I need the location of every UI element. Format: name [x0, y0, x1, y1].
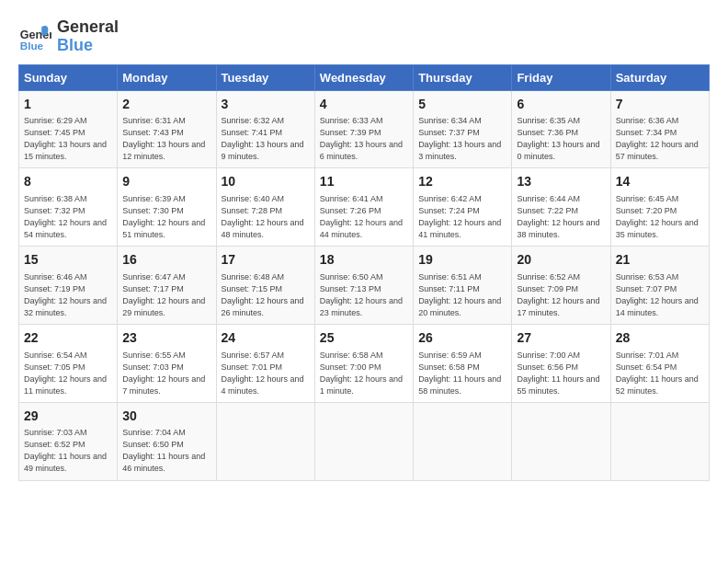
day-number: 29 — [24, 408, 112, 426]
calendar-table: Sunday Monday Tuesday Wednesday Thursday… — [18, 64, 710, 481]
empty-cell — [414, 402, 512, 480]
day-info: Sunrise: 6:35 AMSunset: 7:36 PMDaylight:… — [517, 115, 605, 163]
day-number: 2 — [122, 96, 210, 114]
day-info: Sunrise: 6:45 AMSunset: 7:20 PMDaylight:… — [616, 193, 704, 241]
col-friday: Friday — [512, 64, 610, 90]
day-cell-16: 16 Sunrise: 6:47 AMSunset: 7:17 PMDaylig… — [118, 247, 216, 325]
col-monday: Monday — [118, 64, 216, 90]
day-cell-6: 6 Sunrise: 6:35 AMSunset: 7:36 PMDayligh… — [512, 90, 610, 168]
day-info: Sunrise: 6:55 AMSunset: 7:03 PMDaylight:… — [122, 350, 210, 397]
day-info: Sunrise: 6:29 AMSunset: 7:45 PMDaylight:… — [24, 115, 112, 163]
day-info: Sunrise: 6:46 AMSunset: 7:19 PMDaylight:… — [24, 271, 112, 319]
calendar-week-4: 22 Sunrise: 6:54 AMSunset: 7:05 PMDaylig… — [19, 324, 710, 402]
day-info: Sunrise: 6:44 AMSunset: 7:22 PMDaylight:… — [517, 193, 605, 241]
day-number: 1 — [24, 96, 112, 114]
col-thursday: Thursday — [414, 64, 512, 90]
empty-cell — [216, 402, 314, 480]
day-cell-19: 19 Sunrise: 6:51 AMSunset: 7:11 PMDaylig… — [414, 247, 512, 325]
day-info: Sunrise: 6:59 AMSunset: 6:58 PMDaylight:… — [418, 350, 506, 397]
day-number: 11 — [320, 173, 408, 191]
day-cell-10: 10 Sunrise: 6:40 AMSunset: 7:28 PMDaylig… — [216, 168, 314, 247]
logo-icon: General Blue — [18, 20, 51, 53]
day-info: Sunrise: 6:50 AMSunset: 7:13 PMDaylight:… — [320, 271, 408, 319]
day-number: 21 — [616, 251, 704, 270]
day-info: Sunrise: 7:03 AMSunset: 6:52 PMDaylight:… — [24, 427, 112, 475]
day-cell-9: 9 Sunrise: 6:39 AMSunset: 7:30 PMDayligh… — [118, 168, 216, 247]
svg-text:Blue: Blue — [20, 39, 44, 51]
day-number: 7 — [616, 96, 704, 114]
calendar-week-2: 8 Sunrise: 6:38 AMSunset: 7:32 PMDayligh… — [19, 168, 710, 247]
day-number: 5 — [418, 96, 506, 114]
day-number: 28 — [616, 329, 704, 348]
day-cell-25: 25 Sunrise: 6:58 AMSunset: 7:00 PMDaylig… — [314, 324, 413, 402]
day-info: Sunrise: 6:48 AMSunset: 7:15 PMDaylight:… — [222, 271, 310, 319]
day-cell-22: 22 Sunrise: 6:54 AMSunset: 7:05 PMDaylig… — [19, 324, 118, 402]
day-number: 25 — [320, 329, 408, 348]
day-number: 27 — [517, 329, 605, 348]
col-wednesday: Wednesday — [314, 64, 413, 90]
day-info: Sunrise: 6:33 AMSunset: 7:39 PMDaylight:… — [320, 115, 408, 163]
page-header: General Blue General Blue — [18, 18, 710, 55]
day-cell-13: 13 Sunrise: 6:44 AMSunset: 7:22 PMDaylig… — [512, 168, 610, 247]
day-cell-4: 4 Sunrise: 6:33 AMSunset: 7:39 PMDayligh… — [314, 90, 413, 168]
col-tuesday: Tuesday — [216, 64, 314, 90]
logo-text: General Blue — [57, 18, 119, 55]
day-number: 4 — [320, 96, 408, 114]
day-number: 15 — [24, 251, 112, 270]
day-info: Sunrise: 7:04 AMSunset: 6:50 PMDaylight:… — [122, 427, 210, 475]
day-cell-18: 18 Sunrise: 6:50 AMSunset: 7:13 PMDaylig… — [314, 247, 413, 325]
day-cell-30: 30 Sunrise: 7:04 AMSunset: 6:50 PMDaylig… — [118, 402, 216, 480]
day-info: Sunrise: 6:39 AMSunset: 7:30 PMDaylight:… — [122, 193, 210, 241]
day-number: 30 — [122, 408, 210, 426]
day-number: 12 — [418, 173, 506, 191]
day-number: 9 — [122, 173, 210, 191]
day-info: Sunrise: 6:47 AMSunset: 7:17 PMDaylight:… — [122, 271, 210, 319]
day-number: 19 — [418, 251, 506, 270]
day-cell-12: 12 Sunrise: 6:42 AMSunset: 7:24 PMDaylig… — [414, 168, 512, 247]
day-cell-23: 23 Sunrise: 6:55 AMSunset: 7:03 PMDaylig… — [118, 324, 216, 402]
day-info: Sunrise: 7:01 AMSunset: 6:54 PMDaylight:… — [616, 350, 704, 397]
day-info: Sunrise: 6:51 AMSunset: 7:11 PMDaylight:… — [418, 271, 506, 319]
day-number: 3 — [222, 96, 310, 114]
day-info: Sunrise: 6:31 AMSunset: 7:43 PMDaylight:… — [122, 115, 210, 163]
day-info: Sunrise: 6:36 AMSunset: 7:34 PMDaylight:… — [616, 115, 704, 163]
day-info: Sunrise: 6:41 AMSunset: 7:26 PMDaylight:… — [320, 193, 408, 241]
day-cell-26: 26 Sunrise: 6:59 AMSunset: 6:58 PMDaylig… — [414, 324, 512, 402]
day-number: 6 — [517, 96, 605, 114]
day-info: Sunrise: 6:54 AMSunset: 7:05 PMDaylight:… — [24, 350, 112, 397]
day-number: 13 — [517, 173, 605, 191]
col-sunday: Sunday — [19, 64, 118, 90]
day-number: 22 — [24, 329, 112, 348]
day-cell-7: 7 Sunrise: 6:36 AMSunset: 7:34 PMDayligh… — [610, 90, 709, 168]
day-info: Sunrise: 6:52 AMSunset: 7:09 PMDaylight:… — [517, 271, 605, 319]
day-cell-27: 27 Sunrise: 7:00 AMSunset: 6:56 PMDaylig… — [512, 324, 610, 402]
day-info: Sunrise: 6:40 AMSunset: 7:28 PMDaylight:… — [222, 193, 310, 241]
day-number: 16 — [122, 251, 210, 270]
day-info: Sunrise: 6:57 AMSunset: 7:01 PMDaylight:… — [222, 350, 310, 397]
empty-cell — [314, 402, 413, 480]
day-cell-28: 28 Sunrise: 7:01 AMSunset: 6:54 PMDaylig… — [610, 324, 709, 402]
day-cell-14: 14 Sunrise: 6:45 AMSunset: 7:20 PMDaylig… — [610, 168, 709, 247]
day-info: Sunrise: 6:38 AMSunset: 7:32 PMDaylight:… — [24, 193, 112, 241]
day-cell-29: 29 Sunrise: 7:03 AMSunset: 6:52 PMDaylig… — [19, 402, 118, 480]
day-cell-3: 3 Sunrise: 6:32 AMSunset: 7:41 PMDayligh… — [216, 90, 314, 168]
day-cell-11: 11 Sunrise: 6:41 AMSunset: 7:26 PMDaylig… — [314, 168, 413, 247]
day-cell-17: 17 Sunrise: 6:48 AMSunset: 7:15 PMDaylig… — [216, 247, 314, 325]
logo: General Blue General Blue — [18, 18, 119, 55]
day-number: 26 — [418, 329, 506, 348]
calendar-header-row: Sunday Monday Tuesday Wednesday Thursday… — [19, 64, 710, 90]
calendar-week-1: 1 Sunrise: 6:29 AMSunset: 7:45 PMDayligh… — [19, 90, 710, 168]
day-info: Sunrise: 6:42 AMSunset: 7:24 PMDaylight:… — [418, 193, 506, 241]
day-cell-20: 20 Sunrise: 6:52 AMSunset: 7:09 PMDaylig… — [512, 247, 610, 325]
day-number: 18 — [320, 251, 408, 270]
day-cell-15: 15 Sunrise: 6:46 AMSunset: 7:19 PMDaylig… — [19, 247, 118, 325]
day-number: 10 — [222, 173, 310, 191]
day-cell-1: 1 Sunrise: 6:29 AMSunset: 7:45 PMDayligh… — [19, 90, 118, 168]
day-cell-21: 21 Sunrise: 6:53 AMSunset: 7:07 PMDaylig… — [610, 247, 709, 325]
day-info: Sunrise: 6:32 AMSunset: 7:41 PMDaylight:… — [222, 115, 310, 163]
day-cell-2: 2 Sunrise: 6:31 AMSunset: 7:43 PMDayligh… — [118, 90, 216, 168]
calendar-week-3: 15 Sunrise: 6:46 AMSunset: 7:19 PMDaylig… — [19, 247, 710, 325]
day-number: 14 — [616, 173, 704, 191]
day-number: 8 — [24, 173, 112, 191]
day-number: 23 — [122, 329, 210, 348]
